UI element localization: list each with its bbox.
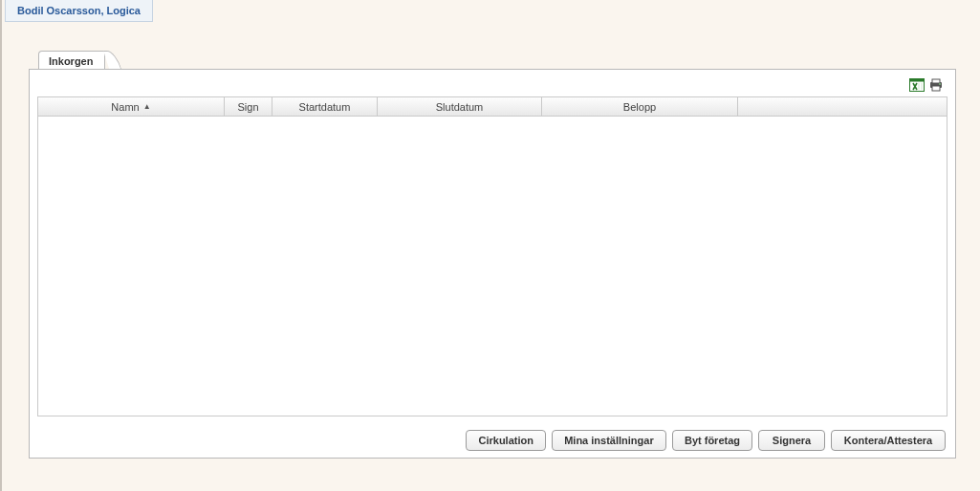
print-icon[interactable] xyxy=(928,77,944,93)
column-label: Sign xyxy=(237,101,258,113)
column-label: Startdatum xyxy=(299,101,351,113)
toolbar xyxy=(37,77,947,96)
column-header-slutdatum[interactable]: Slutdatum xyxy=(378,97,542,116)
sort-asc-icon: ▲ xyxy=(143,102,151,111)
byt-foretag-button[interactable]: Byt företag xyxy=(672,430,752,451)
column-header-startdatum[interactable]: Startdatum xyxy=(272,97,378,116)
panel-body: Namn ▲ Sign Startdatum Slutdatum Belopp xyxy=(29,69,956,459)
window-left-border xyxy=(0,0,2,491)
column-header-belopp[interactable]: Belopp xyxy=(542,97,738,116)
cirkulation-button[interactable]: Cirkulation xyxy=(466,430,545,451)
svg-rect-1 xyxy=(910,79,925,82)
svg-rect-6 xyxy=(932,86,940,91)
column-header-namn[interactable]: Namn ▲ xyxy=(38,97,225,116)
user-badge: Bodil Oscarsson, Logica xyxy=(5,0,153,22)
main-panel: Inkorgen xyxy=(29,48,956,459)
column-label: Slutdatum xyxy=(436,101,484,113)
data-grid: Namn ▲ Sign Startdatum Slutdatum Belopp xyxy=(37,96,947,416)
column-label: Namn xyxy=(111,101,139,113)
column-label: Belopp xyxy=(623,101,656,113)
mina-installningar-button[interactable]: Mina inställningar xyxy=(552,430,666,451)
signera-button[interactable]: Signera xyxy=(758,430,825,451)
grid-header-row: Namn ▲ Sign Startdatum Slutdatum Belopp xyxy=(38,97,947,117)
column-header-sign[interactable]: Sign xyxy=(225,97,272,116)
svg-rect-5 xyxy=(932,79,940,83)
excel-icon[interactable] xyxy=(909,77,925,93)
column-header-extra xyxy=(738,97,947,116)
kontera-attestera-button[interactable]: Kontera/Attestera xyxy=(831,430,946,451)
action-button-row: Cirkulation Mina inställningar Byt föret… xyxy=(37,430,947,451)
svg-point-7 xyxy=(939,83,941,85)
tab-inkorgen[interactable]: Inkorgen xyxy=(38,51,105,70)
tab-strip: Inkorgen xyxy=(29,48,956,69)
